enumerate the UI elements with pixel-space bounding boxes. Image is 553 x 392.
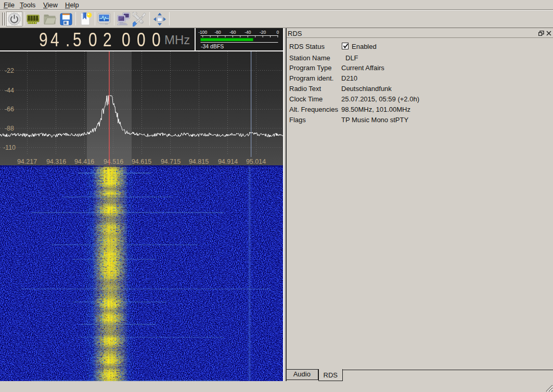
svg-text:94.815: 94.815 xyxy=(189,158,209,165)
svg-text:-80: -80 xyxy=(214,30,221,35)
svg-text:0: 0 xyxy=(277,30,279,35)
svg-text:-20: -20 xyxy=(260,30,266,35)
svg-text:-44: -44 xyxy=(5,87,14,94)
svg-text:94.416: 94.416 xyxy=(74,158,94,165)
svg-text:94.615: 94.615 xyxy=(132,158,151,165)
svg-text:94.316: 94.316 xyxy=(46,158,66,165)
svg-text:94.715: 94.715 xyxy=(161,158,181,165)
svg-text:94.914: 94.914 xyxy=(218,158,238,165)
svg-text:-100: -100 xyxy=(198,30,207,35)
svg-text:94.516: 94.516 xyxy=(104,158,123,165)
svg-text:94.217: 94.217 xyxy=(17,158,37,165)
svg-text:-88: -88 xyxy=(5,125,14,132)
svg-text:-34 dBFS: -34 dBFS xyxy=(201,43,224,49)
svg-text:-66: -66 xyxy=(5,106,14,113)
svg-text:-22: -22 xyxy=(5,67,14,74)
svg-text:-110: -110 xyxy=(3,144,16,151)
svg-text:95.014: 95.014 xyxy=(246,158,266,165)
svg-text:-60: -60 xyxy=(229,30,236,35)
svg-text:-40: -40 xyxy=(245,30,251,35)
